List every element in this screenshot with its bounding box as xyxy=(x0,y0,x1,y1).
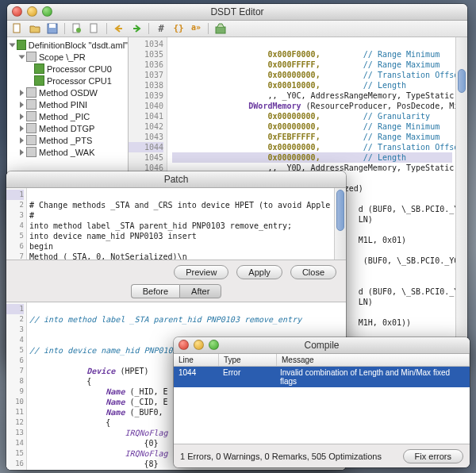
undo-icon[interactable] xyxy=(113,23,125,34)
tree-root[interactable]: DefinitionBlock "dsdt.aml" xyxy=(7,39,128,51)
redo-icon[interactable] xyxy=(131,23,142,34)
save-icon[interactable] xyxy=(47,23,58,34)
compile-table-body: 1044 Error Invalid combination of Length… xyxy=(174,367,470,444)
vscrollbar[interactable] xyxy=(455,37,467,361)
close-button[interactable]: Close xyxy=(290,265,336,279)
tree-method[interactable]: Method _WAK xyxy=(7,146,128,158)
open-icon[interactable] xyxy=(29,23,40,34)
tree-method[interactable]: Method OSDW xyxy=(7,87,128,98)
tree-cpu0[interactable]: Processor CPU0 xyxy=(7,63,128,75)
status-bar: 1 Errors, 0 Warnings, 0 Remarks, 505 Opt… xyxy=(174,444,470,467)
method-icon xyxy=(26,99,36,110)
tree-method[interactable]: Method _PTS xyxy=(7,134,128,146)
arrow-icon[interactable]: a» xyxy=(190,23,202,34)
tree-method[interactable]: Method DTGP xyxy=(7,122,128,134)
tree-method[interactable]: Method _PIC xyxy=(7,110,128,122)
close-icon[interactable] xyxy=(178,340,189,350)
fix-errors-button[interactable]: Fix errors xyxy=(403,449,463,463)
patch-titlebar[interactable]: Patch xyxy=(6,171,346,188)
patch-title: Patch xyxy=(164,174,189,185)
processor-icon xyxy=(34,63,44,74)
method-icon xyxy=(26,123,36,133)
method-icon xyxy=(26,135,36,145)
scope-icon xyxy=(26,52,36,62)
status-text: 1 Errors, 0 Warnings, 0 Remarks, 505 Opt… xyxy=(180,452,382,461)
vscrollbar[interactable] xyxy=(334,188,346,260)
close-icon[interactable] xyxy=(12,6,22,17)
compile-window: Compile Line Type Message 1044 Error Inv… xyxy=(174,337,470,467)
zoom-icon[interactable] xyxy=(209,340,219,350)
svg-rect-5 xyxy=(90,24,97,33)
minimize-icon[interactable] xyxy=(194,340,204,350)
svg-point-4 xyxy=(76,28,81,33)
disclosure-icon[interactable] xyxy=(19,55,25,59)
apply-button[interactable]: Apply xyxy=(236,265,282,279)
hash-icon[interactable]: # xyxy=(155,23,167,34)
tab-after[interactable]: After xyxy=(179,284,221,298)
new-icon[interactable] xyxy=(12,23,23,34)
tree-cpu1[interactable]: Processor CPU1 xyxy=(7,75,128,87)
minimize-icon[interactable] xyxy=(27,6,37,17)
disclosure-icon[interactable] xyxy=(10,43,16,47)
processor-icon xyxy=(34,75,44,86)
page-icon[interactable] xyxy=(89,23,100,34)
block-icon xyxy=(17,40,26,50)
compile-titlebar[interactable]: Compile xyxy=(174,337,470,354)
table-row[interactable]: 1044 Error Invalid combination of Length… xyxy=(174,367,470,387)
editor-titlebar[interactable]: DSDT Editor xyxy=(7,4,467,21)
compile-table-header: Line Type Message xyxy=(174,354,470,367)
method-icon xyxy=(26,111,36,121)
export-icon[interactable] xyxy=(71,23,83,34)
editor-title: DSDT Editor xyxy=(210,6,263,17)
patch-input[interactable]: 1234567 # Change methods _STA and _CRS i… xyxy=(6,188,346,260)
compile-title: Compile xyxy=(304,340,339,351)
tree-scope[interactable]: Scope \_PR xyxy=(7,51,128,63)
svg-rect-6 xyxy=(216,27,225,33)
tree-method[interactable]: Method PINI xyxy=(7,98,128,110)
before-after-tabs: Before After xyxy=(131,284,222,298)
svg-rect-2 xyxy=(49,24,56,28)
svg-rect-0 xyxy=(13,24,20,33)
tab-before[interactable]: Before xyxy=(131,284,179,298)
method-icon xyxy=(26,87,36,98)
compile-icon[interactable] xyxy=(215,23,226,34)
zoom-icon[interactable] xyxy=(42,6,52,17)
preview-gutter: 12345678910111213141516 xyxy=(6,302,27,470)
brace-icon[interactable]: {} xyxy=(173,23,184,34)
patch-gutter: 1234567 xyxy=(6,188,27,260)
toolbar: # {} a» xyxy=(7,21,467,37)
method-icon xyxy=(26,147,36,157)
preview-button[interactable]: Preview xyxy=(174,265,228,279)
